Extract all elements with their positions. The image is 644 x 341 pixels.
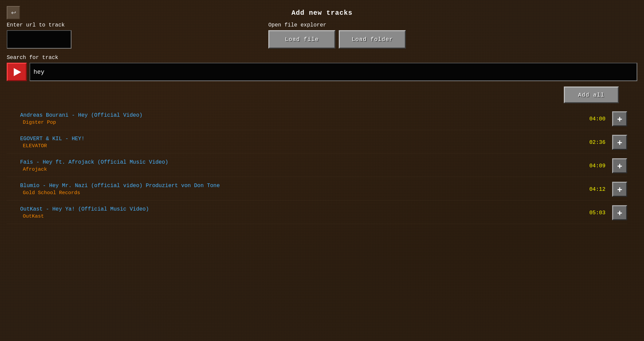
content-area: ↩ Add new tracks Enter url to track Open… (0, 0, 644, 338)
result-info: EGOVERT & KIL - HEY! ELEVATOR (20, 136, 589, 149)
url-label: Enter url to track (7, 22, 262, 28)
result-title: EGOVERT & KIL - HEY! (20, 136, 589, 142)
top-area: Enter url to track Open file explorer Lo… (7, 22, 637, 49)
search-section: Search for track (7, 55, 637, 81)
result-duration: 04:00 (589, 116, 605, 122)
result-item: Blumio - Hey Mr. Nazi (official video) P… (7, 177, 627, 201)
file-explorer-label: Open file explorer (268, 22, 637, 28)
result-title: Fais - Hey ft. Afrojack (Official Music … (20, 159, 589, 165)
result-item: EGOVERT & KIL - HEY! ELEVATOR 02:36 + (7, 130, 627, 154)
search-row (7, 63, 637, 81)
result-add-button[interactable]: + (612, 182, 627, 197)
result-add-button[interactable]: + (612, 111, 627, 126)
result-title: Andreas Bourani - Hey (Official Video) (20, 112, 589, 118)
result-channel: Afrojack (20, 167, 589, 172)
load-folder-button[interactable]: Load folder (339, 30, 406, 49)
file-buttons-row: Load file Load folder (268, 30, 637, 49)
page-title: Add new tracks (291, 9, 353, 17)
result-title: Blumio - Hey Mr. Nazi (official video) P… (20, 183, 589, 189)
result-add-button[interactable]: + (612, 135, 627, 150)
search-input[interactable] (30, 63, 637, 81)
youtube-search-button[interactable] (7, 63, 27, 81)
url-input[interactable] (7, 30, 71, 49)
top-bar: ↩ Add new tracks (7, 3, 637, 22)
result-info: Andreas Bourani - Hey (Official Video) D… (20, 112, 589, 125)
result-duration: 02:36 (589, 139, 605, 146)
app-container: ↩ Add new tracks Enter url to track Open… (0, 0, 644, 341)
result-add-button[interactable]: + (612, 205, 627, 220)
result-info: OutKast - Hey Ya! (Official Music Video)… (20, 206, 589, 219)
youtube-play-icon (14, 68, 21, 76)
result-channel: Digster Pop (20, 120, 589, 125)
results-inner: Andreas Bourani - Hey (Official Video) D… (7, 107, 637, 224)
result-channel: ELEVATOR (20, 143, 589, 149)
result-item: Fais - Hey ft. Afrojack (Official Music … (7, 154, 627, 177)
result-duration: 04:12 (589, 186, 605, 192)
result-item: Andreas Bourani - Hey (Official Video) D… (7, 107, 627, 130)
search-label: Search for track (7, 55, 637, 61)
add-all-button[interactable]: Add all (564, 87, 619, 103)
url-column: Enter url to track (7, 22, 262, 49)
add-all-row: Add all (7, 87, 637, 103)
result-info: Blumio - Hey Mr. Nazi (official video) P… (20, 183, 589, 196)
result-duration: 05:03 (589, 210, 605, 216)
file-explorer-column: Open file explorer Load file Load folder (268, 22, 637, 49)
result-channel: Gold School Records (20, 190, 589, 196)
result-channel: OutKast (20, 214, 589, 219)
result-duration: 04:09 (589, 163, 605, 169)
load-file-button[interactable]: Load file (268, 30, 335, 49)
result-title: OutKast - Hey Ya! (Official Music Video) (20, 206, 589, 212)
result-info: Fais - Hey ft. Afrojack (Official Music … (20, 159, 589, 172)
results-container[interactable]: Andreas Bourani - Hey (Official Video) D… (7, 107, 637, 335)
back-button[interactable]: ↩ (7, 6, 20, 19)
result-item: OutKast - Hey Ya! (Official Music Video)… (7, 201, 627, 224)
result-add-button[interactable]: + (612, 158, 627, 173)
